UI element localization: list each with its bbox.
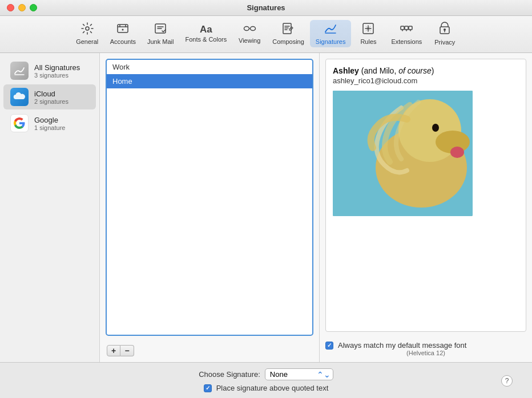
icloud-name: iCloud bbox=[34, 90, 68, 98]
rules-label: Rules bbox=[360, 38, 376, 45]
toolbar-item-viewing[interactable]: Viewing bbox=[232, 21, 267, 46]
all-signatures-name: All Signatures bbox=[34, 63, 80, 72]
font-match-section: Always match my default message font (He… bbox=[325, 336, 526, 356]
add-signature-button[interactable]: + bbox=[107, 345, 120, 356]
extensions-icon bbox=[400, 22, 413, 36]
accounts-icon bbox=[116, 22, 129, 36]
all-signatures-icon bbox=[10, 62, 29, 80]
icloud-text: iCloud 2 signatures bbox=[34, 90, 68, 105]
all-signatures-text: All Signatures 3 signatures bbox=[34, 63, 80, 79]
toolbar-item-general[interactable]: General bbox=[70, 20, 104, 47]
toolbar-item-signatures[interactable]: Signatures bbox=[310, 20, 352, 47]
choose-signature-select[interactable]: None Work Home Random bbox=[265, 368, 333, 380]
place-signature-row: Place signature above quoted text bbox=[204, 384, 329, 392]
toolbar-item-privacy[interactable]: Privacy bbox=[428, 19, 462, 48]
place-signature-label: Place signature above quoted text bbox=[216, 384, 329, 392]
svg-rect-9 bbox=[405, 26, 408, 30]
toolbar-item-composing[interactable]: Composing bbox=[267, 20, 310, 47]
junk-mail-label: Junk Mail bbox=[147, 38, 174, 45]
choose-signature-row: Choose Signature: None Work Home Random … bbox=[199, 368, 333, 380]
signatures-icon bbox=[324, 22, 337, 36]
signatures-list[interactable]: Work Home bbox=[106, 59, 313, 336]
icloud-count: 2 signatures bbox=[34, 98, 68, 105]
viewing-label: Viewing bbox=[239, 37, 260, 44]
rules-icon bbox=[362, 22, 374, 36]
signature-name-bold: Ashley bbox=[333, 66, 359, 75]
sidebar-item-google[interactable]: Google 1 signature bbox=[3, 111, 96, 136]
bottom-section: Choose Signature: None Work Home Random … bbox=[11, 368, 521, 392]
signature-name-middle: (and Milo, bbox=[359, 66, 398, 75]
remove-signature-button[interactable]: − bbox=[120, 345, 134, 356]
svg-rect-10 bbox=[409, 26, 412, 30]
general-label: General bbox=[76, 38, 98, 45]
accounts-label: Accounts bbox=[110, 38, 136, 45]
google-count: 1 signature bbox=[34, 124, 65, 131]
dog-photo bbox=[333, 91, 473, 216]
svg-rect-1 bbox=[118, 25, 128, 33]
general-icon bbox=[81, 22, 94, 36]
svg-point-2 bbox=[122, 29, 124, 31]
signature-dog-image bbox=[333, 91, 473, 216]
fonts-colors-icon: Aa bbox=[200, 25, 212, 34]
title-bar: Signatures bbox=[0, 0, 532, 16]
center-panel: Work Home + − bbox=[100, 53, 320, 362]
signature-email: ashley_rico1@icloud.com bbox=[333, 76, 519, 85]
minimize-button[interactable] bbox=[18, 4, 26, 11]
svg-point-4 bbox=[244, 27, 249, 31]
composing-label: Composing bbox=[272, 38, 304, 45]
signature-preview: Ashley (and Milo, of course) ashley_rico… bbox=[325, 59, 526, 332]
help-button[interactable]: ? bbox=[501, 375, 513, 387]
font-match-sub: (Helvetica 12) bbox=[325, 350, 526, 356]
signatures-label: Signatures bbox=[316, 38, 346, 45]
google-text: Google 1 signature bbox=[34, 116, 65, 131]
main-content: All Signatures 3 signatures iCloud 2 sig… bbox=[0, 53, 532, 362]
signature-name-italic: of course bbox=[398, 66, 432, 75]
svg-rect-8 bbox=[401, 26, 404, 30]
toolbar-item-rules[interactable]: Rules bbox=[351, 20, 385, 47]
right-panel: Ashley (and Milo, of course) ashley_rico… bbox=[320, 53, 532, 362]
close-button[interactable] bbox=[7, 4, 14, 11]
privacy-label: Privacy bbox=[434, 39, 455, 46]
place-signature-checkbox[interactable] bbox=[204, 384, 212, 392]
all-signatures-count: 3 signatures bbox=[34, 72, 80, 79]
toolbar-item-fonts-colors[interactable]: Aa Fonts & Colors bbox=[179, 22, 232, 45]
list-controls: + − bbox=[100, 342, 319, 362]
google-name: Google bbox=[34, 116, 65, 124]
traffic-lights bbox=[7, 4, 37, 11]
signature-name-end: ) bbox=[432, 66, 434, 75]
signature-item-work[interactable]: Work bbox=[107, 60, 312, 74]
svg-point-17 bbox=[450, 147, 464, 158]
font-match-row: Always match my default message font bbox=[325, 341, 526, 350]
icloud-icon bbox=[10, 88, 29, 106]
sidebar-item-all-signatures[interactable]: All Signatures 3 signatures bbox=[3, 58, 96, 83]
toolbar-item-extensions[interactable]: Extensions bbox=[385, 20, 428, 47]
extensions-label: Extensions bbox=[391, 38, 422, 45]
toolbar-item-accounts[interactable]: Accounts bbox=[104, 20, 142, 47]
signature-name-line: Ashley (and Milo, of course) bbox=[333, 66, 519, 75]
maximize-button[interactable] bbox=[30, 4, 37, 11]
composing-icon bbox=[282, 22, 295, 36]
font-match-checkbox[interactable] bbox=[325, 342, 333, 350]
sidebar-item-icloud[interactable]: iCloud 2 signatures bbox=[3, 84, 96, 109]
font-match-label: Always match my default message font bbox=[338, 341, 466, 350]
svg-point-5 bbox=[251, 27, 256, 31]
junk-mail-icon bbox=[154, 22, 167, 36]
signature-item-home[interactable]: Home bbox=[107, 74, 312, 88]
svg-point-0 bbox=[86, 27, 89, 30]
toolbar: General Accounts Junk Mail Aa Fonts & Co… bbox=[0, 16, 532, 53]
sidebar: All Signatures 3 signatures iCloud 2 sig… bbox=[0, 53, 100, 362]
viewing-icon bbox=[242, 23, 257, 35]
toolbar-item-junk-mail[interactable]: Junk Mail bbox=[142, 20, 179, 47]
choose-signature-label: Choose Signature: bbox=[199, 370, 260, 379]
google-icon bbox=[10, 114, 29, 132]
privacy-icon bbox=[438, 22, 451, 37]
window-title: Signatures bbox=[247, 3, 285, 12]
svg-point-18 bbox=[432, 124, 439, 132]
bottom-bar: Choose Signature: None Work Home Random … bbox=[0, 362, 532, 398]
choose-signature-select-wrapper[interactable]: None Work Home Random ⌃⌄ bbox=[265, 368, 333, 380]
fonts-colors-label: Fonts & Colors bbox=[185, 36, 227, 43]
